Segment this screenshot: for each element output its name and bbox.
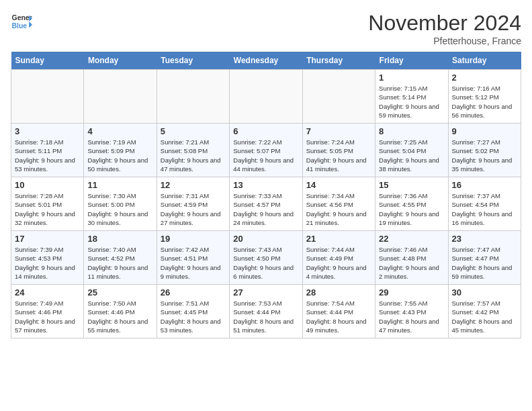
header: General Blue November 2024 Pfetterhouse,… — [11, 11, 521, 46]
day-number: 29 — [379, 287, 444, 298]
day-info: Sunrise: 7:33 AM Sunset: 4:57 PM Dayligh… — [233, 191, 298, 227]
day-info: Sunrise: 7:18 AM Sunset: 5:11 PM Dayligh… — [15, 138, 80, 173]
svg-text:Blue: Blue — [12, 22, 28, 30]
day-number: 20 — [233, 234, 298, 244]
day-info: Sunrise: 7:43 AM Sunset: 4:50 PM Dayligh… — [233, 245, 298, 281]
title-area: November 2024 Pfetterhouse, France — [368, 11, 521, 46]
weekday-header-friday: Friday — [375, 52, 448, 70]
calendar-cell: 24Sunrise: 7:49 AM Sunset: 4:46 PM Dayli… — [11, 285, 84, 338]
day-info: Sunrise: 7:21 AM Sunset: 5:08 PM Dayligh… — [161, 138, 226, 173]
weekday-header-monday: Monday — [84, 52, 157, 70]
calendar-cell: 15Sunrise: 7:36 AM Sunset: 4:55 PM Dayli… — [375, 177, 448, 231]
calendar-cell — [302, 70, 375, 124]
calendar-table: SundayMondayTuesdayWednesdayThursdayFrid… — [11, 52, 521, 338]
day-info: Sunrise: 7:16 AM Sunset: 5:12 PM Dayligh… — [452, 84, 517, 120]
calendar-cell: 11Sunrise: 7:30 AM Sunset: 5:00 PM Dayli… — [84, 177, 157, 231]
day-number: 17 — [15, 234, 80, 244]
day-info: Sunrise: 7:50 AM Sunset: 4:46 PM Dayligh… — [87, 299, 152, 334]
day-number: 12 — [161, 180, 226, 190]
day-number: 5 — [161, 126, 226, 136]
calendar-cell — [84, 70, 157, 124]
day-info: Sunrise: 7:47 AM Sunset: 4:47 PM Dayligh… — [452, 245, 517, 281]
weekday-header-tuesday: Tuesday — [157, 52, 229, 70]
calendar-cell: 25Sunrise: 7:50 AM Sunset: 4:46 PM Dayli… — [84, 285, 157, 338]
calendar-cell: 9Sunrise: 7:27 AM Sunset: 5:02 PM Daylig… — [448, 124, 521, 177]
weekday-header-saturday: Saturday — [448, 52, 521, 70]
calendar-cell: 6Sunrise: 7:22 AM Sunset: 5:07 PM Daylig… — [230, 124, 302, 177]
day-number: 10 — [15, 180, 80, 190]
day-info: Sunrise: 7:27 AM Sunset: 5:02 PM Dayligh… — [452, 138, 517, 173]
day-info: Sunrise: 7:46 AM Sunset: 4:48 PM Dayligh… — [379, 245, 444, 281]
day-info: Sunrise: 7:54 AM Sunset: 4:44 PM Dayligh… — [306, 299, 371, 334]
calendar-cell — [11, 70, 84, 124]
day-info: Sunrise: 7:19 AM Sunset: 5:09 PM Dayligh… — [87, 138, 152, 173]
calendar-cell: 27Sunrise: 7:53 AM Sunset: 4:44 PM Dayli… — [230, 285, 302, 338]
calendar-cell: 3Sunrise: 7:18 AM Sunset: 5:11 PM Daylig… — [11, 124, 84, 177]
calendar-cell: 7Sunrise: 7:24 AM Sunset: 5:05 PM Daylig… — [302, 124, 375, 177]
day-number: 9 — [452, 126, 517, 136]
calendar-cell: 26Sunrise: 7:51 AM Sunset: 4:45 PM Dayli… — [157, 285, 229, 338]
weekday-header-thursday: Thursday — [302, 52, 375, 70]
calendar-cell: 1Sunrise: 7:15 AM Sunset: 5:14 PM Daylig… — [375, 70, 448, 124]
calendar-cell: 22Sunrise: 7:46 AM Sunset: 4:48 PM Dayli… — [375, 231, 448, 285]
day-number: 2 — [452, 73, 517, 83]
day-info: Sunrise: 7:39 AM Sunset: 4:53 PM Dayligh… — [15, 245, 80, 281]
day-number: 4 — [87, 126, 152, 136]
day-number: 18 — [87, 234, 152, 244]
calendar-cell: 23Sunrise: 7:47 AM Sunset: 4:47 PM Dayli… — [448, 231, 521, 285]
day-info: Sunrise: 7:37 AM Sunset: 4:54 PM Dayligh… — [452, 191, 517, 227]
day-number: 25 — [87, 287, 152, 298]
day-info: Sunrise: 7:44 AM Sunset: 4:49 PM Dayligh… — [306, 245, 371, 281]
calendar-cell: 29Sunrise: 7:55 AM Sunset: 4:43 PM Dayli… — [375, 285, 448, 338]
calendar-cell — [157, 70, 229, 124]
calendar-cell — [230, 70, 302, 124]
day-info: Sunrise: 7:30 AM Sunset: 5:00 PM Dayligh… — [87, 191, 152, 227]
day-info: Sunrise: 7:49 AM Sunset: 4:46 PM Dayligh… — [15, 299, 80, 334]
day-info: Sunrise: 7:53 AM Sunset: 4:44 PM Dayligh… — [233, 299, 298, 334]
calendar-cell: 14Sunrise: 7:34 AM Sunset: 4:56 PM Dayli… — [302, 177, 375, 231]
day-info: Sunrise: 7:34 AM Sunset: 4:56 PM Dayligh… — [306, 191, 371, 227]
day-number: 16 — [452, 180, 517, 190]
month-title: November 2024 — [368, 11, 521, 36]
day-number: 1 — [379, 73, 444, 83]
logo-icon: General Blue — [11, 11, 32, 32]
day-number: 23 — [452, 234, 517, 244]
day-number: 15 — [379, 180, 444, 190]
day-info: Sunrise: 7:57 AM Sunset: 4:42 PM Dayligh… — [452, 299, 517, 334]
day-number: 24 — [15, 287, 80, 298]
calendar-cell: 30Sunrise: 7:57 AM Sunset: 4:42 PM Dayli… — [448, 285, 521, 338]
location: Pfetterhouse, France — [368, 36, 521, 46]
weekday-header-wednesday: Wednesday — [230, 52, 302, 70]
calendar-cell: 13Sunrise: 7:33 AM Sunset: 4:57 PM Dayli… — [230, 177, 302, 231]
day-info: Sunrise: 7:42 AM Sunset: 4:51 PM Dayligh… — [161, 245, 226, 281]
day-info: Sunrise: 7:36 AM Sunset: 4:55 PM Dayligh… — [379, 191, 444, 227]
calendar-cell: 4Sunrise: 7:19 AM Sunset: 5:09 PM Daylig… — [84, 124, 157, 177]
calendar-cell: 19Sunrise: 7:42 AM Sunset: 4:51 PM Dayli… — [157, 231, 229, 285]
calendar-cell: 12Sunrise: 7:31 AM Sunset: 4:59 PM Dayli… — [157, 177, 229, 231]
calendar-cell: 21Sunrise: 7:44 AM Sunset: 4:49 PM Dayli… — [302, 231, 375, 285]
calendar-cell: 18Sunrise: 7:40 AM Sunset: 4:52 PM Dayli… — [84, 231, 157, 285]
day-info: Sunrise: 7:40 AM Sunset: 4:52 PM Dayligh… — [87, 245, 152, 281]
calendar-cell: 28Sunrise: 7:54 AM Sunset: 4:44 PM Dayli… — [302, 285, 375, 338]
calendar-cell: 20Sunrise: 7:43 AM Sunset: 4:50 PM Dayli… — [230, 231, 302, 285]
day-number: 11 — [87, 180, 152, 190]
calendar-cell: 2Sunrise: 7:16 AM Sunset: 5:12 PM Daylig… — [448, 70, 521, 124]
weekday-header-sunday: Sunday — [11, 52, 84, 70]
day-number: 27 — [233, 287, 298, 298]
calendar-cell: 16Sunrise: 7:37 AM Sunset: 4:54 PM Dayli… — [448, 177, 521, 231]
calendar-cell: 5Sunrise: 7:21 AM Sunset: 5:08 PM Daylig… — [157, 124, 229, 177]
day-info: Sunrise: 7:55 AM Sunset: 4:43 PM Dayligh… — [379, 299, 444, 334]
day-info: Sunrise: 7:28 AM Sunset: 5:01 PM Dayligh… — [15, 191, 80, 227]
day-info: Sunrise: 7:22 AM Sunset: 5:07 PM Dayligh… — [233, 138, 298, 173]
day-number: 19 — [161, 234, 226, 244]
day-number: 22 — [379, 234, 444, 244]
day-info: Sunrise: 7:25 AM Sunset: 5:04 PM Dayligh… — [379, 138, 444, 173]
day-number: 6 — [233, 126, 298, 136]
logo: General Blue — [11, 11, 32, 32]
day-number: 14 — [306, 180, 371, 190]
day-info: Sunrise: 7:51 AM Sunset: 4:45 PM Dayligh… — [161, 299, 226, 334]
day-number: 26 — [161, 287, 226, 298]
day-number: 8 — [379, 126, 444, 136]
day-number: 13 — [233, 180, 298, 190]
day-number: 21 — [306, 234, 371, 244]
